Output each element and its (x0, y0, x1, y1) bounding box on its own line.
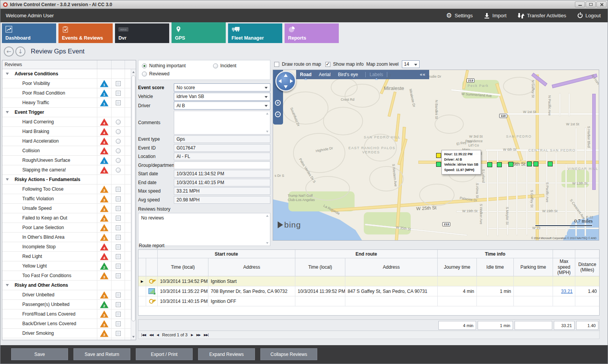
review-item-row[interactable]: Yellow Light2 (2, 261, 131, 271)
last-record-button[interactable]: ▶▶| (204, 333, 208, 337)
review-item-row[interactable]: Too Fast For Conditions3 (2, 271, 131, 281)
radio-reviewed[interactable]: Reviewed (142, 71, 213, 76)
event-score-select[interactable]: No score (174, 83, 270, 91)
review-checkbox[interactable] (116, 302, 121, 307)
review-item-row[interactable]: Slapping the camera!4 (2, 165, 131, 175)
review-checkbox[interactable] (116, 312, 121, 317)
route-point-marker[interactable] (548, 161, 553, 166)
expand-reviews-button[interactable]: Expand Reviews (198, 348, 255, 360)
review-item-row[interactable]: Unsafe Speed3 (2, 204, 131, 213)
review-item-row[interactable]: Driver Unbelted3 (2, 290, 131, 300)
review-checkbox[interactable] (116, 91, 121, 96)
review-checkbox[interactable] (116, 206, 121, 211)
bing-map[interactable]: Trudie Dr213Peck ParkW Summerland AveMir… (273, 70, 599, 241)
prev-page-button[interactable]: ◀◀ (149, 333, 153, 337)
scroll-up-icon[interactable] (132, 71, 135, 73)
tab-fleet-manager[interactable]: Fleet Manager (228, 23, 282, 43)
minimize-button[interactable] (575, 2, 585, 7)
down-button[interactable]: ↓ (15, 47, 25, 57)
close-button[interactable] (596, 2, 606, 7)
review-checkbox[interactable] (116, 81, 121, 86)
collapse-icon[interactable] (2, 69, 12, 78)
draw-route-checkbox[interactable] (274, 62, 279, 67)
maximize-button[interactable] (586, 2, 596, 7)
review-radio[interactable] (116, 148, 121, 153)
route-point-marker[interactable] (497, 162, 502, 167)
review-item-row[interactable]: Following Too Close3 (2, 184, 131, 194)
scroll-down-icon[interactable] (132, 336, 135, 338)
review-item-row[interactable]: Poor Lane Selection3 (2, 223, 131, 233)
tab-gps[interactable]: GPS (172, 23, 226, 43)
event-marker-yellow[interactable] (436, 153, 441, 158)
review-checkbox[interactable] (116, 235, 121, 240)
route-table-row[interactable]: 10/3/2014 11:40:15 PMIgnition OFF (138, 296, 599, 306)
map-view-labels[interactable]: Labels (370, 72, 383, 77)
review-checkbox[interactable] (116, 331, 121, 336)
logout-button[interactable]: Logout (578, 13, 601, 18)
import-button[interactable]: Import (484, 13, 506, 18)
review-item-row[interactable]: Poor Visibility1 (2, 79, 131, 88)
zoom-out-icon[interactable]: − (275, 111, 281, 117)
scrollbar-thumb[interactable] (132, 75, 135, 321)
max-speed-link[interactable]: 33.21 (561, 289, 573, 294)
collapse-icon[interactable] (2, 281, 12, 290)
collapse-icon[interactable] (2, 108, 12, 117)
reviews-scrollbar[interactable] (131, 69, 136, 340)
review-item-row[interactable]: Back/Driver Lens Covered3 (2, 319, 131, 329)
review-checkbox[interactable] (116, 244, 121, 249)
review-group-row[interactable]: Event Trigger (2, 108, 131, 117)
prev-record-button[interactable]: ◀ (157, 333, 158, 337)
review-checkbox[interactable] (116, 100, 121, 105)
route-point-marker[interactable] (508, 162, 513, 167)
review-checkbox[interactable] (116, 264, 121, 269)
settings-button[interactable]: ⚙ Settings (446, 12, 473, 19)
review-radio[interactable] (116, 120, 121, 125)
review-item-row[interactable]: Hard Braking4 (2, 127, 131, 136)
review-item-row[interactable]: Front/Road Lens Covered3 (2, 309, 131, 319)
group-department-field[interactable] (174, 161, 270, 169)
review-item-row[interactable]: In Other's Blind Area3 (2, 233, 131, 242)
route-point-marker[interactable] (533, 161, 538, 166)
route-point-marker[interactable] (487, 162, 492, 167)
tab-reports[interactable]: Reports (285, 23, 339, 43)
tab-dvr[interactable]: MERGE Dvr (115, 23, 169, 43)
back-button[interactable]: ← (4, 47, 14, 57)
review-item-row[interactable]: Heavy Traffic1 (2, 98, 131, 108)
radio-incident[interactable]: Incident (213, 63, 267, 68)
review-item-row[interactable]: Red Light4 (2, 252, 131, 261)
review-item-row[interactable]: Hard Acceleration4 (2, 136, 131, 146)
review-checkbox[interactable] (116, 293, 121, 298)
collapse-icon[interactable] (2, 175, 12, 184)
map-zoom-select[interactable]: 14 (402, 60, 420, 68)
map-compass[interactable] (275, 71, 296, 91)
review-checkbox[interactable] (116, 187, 121, 192)
review-checkbox[interactable] (116, 196, 121, 201)
tab-dashboard[interactable]: Dashboard (2, 23, 56, 43)
review-item-row[interactable]: Passenger(s) Unbelted2 (2, 300, 131, 309)
tab-events-reviews[interactable]: Events & Reviews (58, 23, 113, 43)
review-checkbox[interactable] (116, 273, 121, 278)
map-view-birds-eye[interactable]: Bird's eye (338, 72, 358, 77)
collapse-reviews-button[interactable]: Collapse Reviews (260, 348, 317, 360)
route-table-row[interactable]: 10/3/2014 11:35:22 PM708 Bynner Dr, San … (138, 286, 599, 296)
review-radio[interactable] (116, 129, 121, 134)
first-record-button[interactable]: |◀◀ (141, 333, 146, 337)
route-table-row[interactable]: ▶10/3/2014 11:34:52 PMIgnition Start (138, 276, 599, 286)
review-item-row[interactable]: Operating Handled Device3 (2, 338, 131, 340)
vehicle-select[interactable]: idrive Van SB (174, 93, 270, 101)
review-checkbox[interactable] (116, 321, 121, 326)
map-view-road[interactable]: Road (300, 72, 311, 77)
route-point-marker[interactable] (436, 162, 441, 167)
review-radio[interactable] (116, 158, 121, 163)
radio-nothing-important[interactable]: Nothing important (142, 63, 213, 68)
review-radio[interactable] (116, 168, 121, 173)
review-item-row[interactable]: Failed to Keep an Out3 (2, 213, 131, 223)
save-button[interactable]: Save (11, 348, 68, 360)
review-checkbox[interactable] (116, 225, 121, 230)
review-item-row[interactable]: Hard Cornering4 (2, 117, 131, 127)
zoom-in-icon[interactable]: + (275, 100, 281, 106)
route-point-marker[interactable] (527, 161, 532, 166)
radio-icon[interactable] (142, 63, 147, 68)
review-item-row[interactable]: Collision4 (2, 146, 131, 156)
review-item-row[interactable]: Traffic Violation3 (2, 194, 131, 204)
